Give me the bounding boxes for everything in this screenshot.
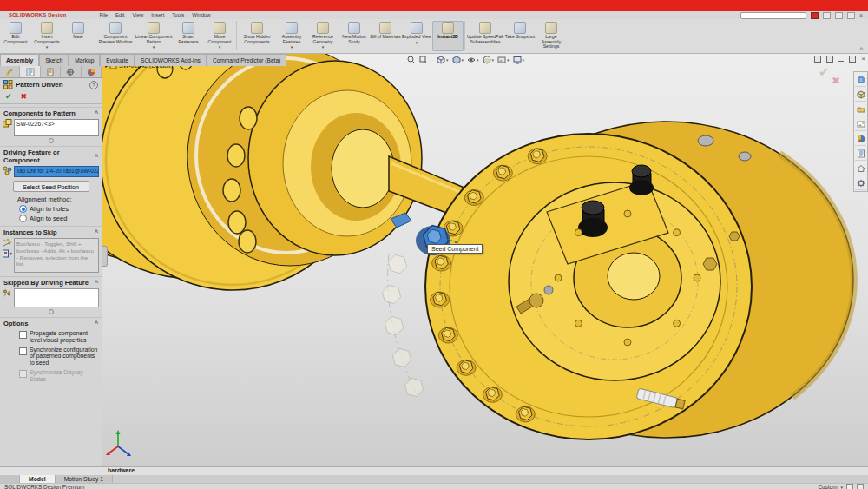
resize-handle[interactable] (49, 309, 54, 314)
ribbon-button-new-motion-study[interactable]: New Motion Study (339, 21, 370, 51)
ribbon-collapse-chevron-icon[interactable]: ^ (860, 46, 863, 52)
help-icon[interactable] (823, 12, 831, 19)
driving-feature-selection[interactable]: Tap Drill for 1/4-20 Tap1@SW-022 (14, 166, 99, 177)
select-seed-position-button[interactable]: Select Seed Position (13, 181, 89, 192)
dropdown-caret-icon[interactable]: ▾ (46, 45, 49, 49)
collapse-chevron-icon[interactable]: ^ (95, 229, 98, 235)
collapse-chevron-icon[interactable]: ^ (95, 110, 98, 116)
view-settings-button[interactable]: ▾ (512, 55, 526, 65)
model-canvas[interactable] (102, 54, 868, 466)
forum-button[interactable] (855, 162, 866, 175)
components-to-pattern-list[interactable]: SW-02267<3> (14, 119, 99, 136)
notification-icon[interactable] (811, 12, 819, 19)
radio-align-to-seed[interactable]: Align to seed (0, 214, 102, 223)
zoom-to-area-button[interactable] (418, 55, 429, 65)
cancel-button[interactable]: ✖ (21, 92, 28, 101)
tab-command-predictor[interactable]: Command Predictor (Beta) (207, 54, 286, 66)
resize-handle[interactable] (49, 138, 54, 143)
help-icon[interactable]: ? (89, 81, 98, 89)
settings-button[interactable] (855, 176, 866, 190)
ribbon-button-linear-component-pattern[interactable]: Linear Component Pattern ▾ (135, 21, 173, 51)
dropdown-caret-icon[interactable]: ▾ (291, 45, 293, 49)
display-style-button[interactable]: ▾ (451, 55, 465, 65)
tab-assembly[interactable]: Assembly (0, 54, 39, 66)
tab-model[interactable]: Model (20, 475, 56, 483)
instances-to-skip-box[interactable]: Box/lasso - Toggles, Shift + box/lasso -… (14, 238, 99, 273)
tab-markup[interactable]: Markup (69, 54, 100, 66)
section-driving-feature[interactable]: Driving Feature or Component ^ (0, 146, 102, 165)
menu-view[interactable]: View (132, 11, 143, 19)
doc-close-icon[interactable]: × (861, 56, 865, 63)
minimize-icon[interactable] (835, 12, 843, 19)
resources-button[interactable] (855, 73, 866, 87)
tab-property-manager[interactable] (20, 66, 40, 77)
appearances-button[interactable]: ▾ (482, 55, 496, 65)
dropdown-caret-icon[interactable]: ▾ (153, 45, 155, 49)
ribbon-button-assembly-features[interactable]: Assembly Features ▾ (276, 21, 307, 51)
doc-restore-icon[interactable] (814, 56, 821, 63)
ribbon-button-take-snapshot[interactable]: Take Snapshot (504, 21, 536, 51)
menu-insert[interactable]: Insert (151, 11, 164, 19)
section-options[interactable]: Options ^ (0, 317, 102, 328)
ribbon-button-smart-fasteners[interactable]: Smart Fasteners (173, 21, 204, 51)
search-input[interactable] (740, 12, 806, 19)
skipped-by-driving-feature-box[interactable] (14, 288, 99, 307)
view-palette-button[interactable] (855, 117, 866, 131)
ribbon-button-show-hidden-components[interactable]: Show Hidden Components (238, 21, 276, 51)
collapse-chevron-icon[interactable]: ^ (95, 320, 98, 327)
maximize-icon[interactable] (847, 12, 855, 19)
close-icon[interactable]: × (859, 11, 863, 19)
custom-properties-button[interactable] (855, 147, 866, 161)
tab-solidworks-add-ins[interactable]: SOLIDWORKS Add-Ins (135, 54, 207, 66)
menu-file[interactable]: File (99, 11, 108, 19)
tab-motion-study-1[interactable]: Motion Study 1 (56, 475, 113, 483)
confirm-ok-icon[interactable]: ✔ (819, 64, 830, 79)
ribbon-button-edit-component[interactable]: Edit Component (0, 21, 31, 51)
ribbon-button-update-speedpak[interactable]: Update SpeedPak Subassemblies (466, 21, 504, 51)
tab-splitter[interactable] (0, 475, 20, 483)
dropdown-caret-icon[interactable]: ▾ (219, 45, 221, 49)
tab-configuration-manager[interactable] (41, 66, 61, 77)
ribbon-button-component-preview-window[interactable]: Component Preview Window (96, 21, 135, 51)
section-skipped-by-driving-feature[interactable]: Skipped By Driving Feature ^ (0, 276, 102, 287)
tab-dimxpert-manager[interactable] (61, 66, 81, 77)
graphics-area[interactable]: · ▾ ▾ ▾ ▾ ▾ ▾ (102, 54, 868, 466)
section-components-to-pattern[interactable]: Components to Pattern ^ (0, 107, 102, 118)
ribbon-button-exploded-view[interactable]: Exploded View ▾ (401, 21, 432, 51)
confirm-cancel-icon[interactable]: ✖ (832, 75, 840, 87)
file-explorer-button[interactable] (855, 102, 866, 116)
ribbon-button-insert-components[interactable]: Insert Components ▾ (31, 21, 62, 51)
units-caret-icon[interactable]: ▾ (840, 485, 843, 489)
doc-maximize-icon[interactable] (849, 56, 856, 63)
design-library-button[interactable] (855, 88, 866, 102)
ribbon-button-bill-of-materials[interactable]: Bill of Materials (370, 21, 401, 51)
menu-edit[interactable]: Edit (115, 11, 124, 19)
ribbon-button-move-component[interactable]: Move Component ▾ (204, 21, 235, 51)
ok-button[interactable]: ✔ (5, 92, 12, 101)
radio-align-to-holes[interactable]: Align to holes (0, 204, 102, 214)
tab-featuremanager-design-tree[interactable] (0, 66, 20, 77)
dropdown-caret-icon[interactable]: ▾ (416, 41, 418, 44)
menu-window[interactable]: Window (192, 11, 210, 19)
menu-tools[interactable]: Tools (172, 11, 184, 19)
scene-button[interactable]: ▾ (496, 55, 510, 65)
appearances-pane-button[interactable] (855, 132, 866, 146)
ribbon-button-instant3d[interactable]: Instant3D (432, 21, 464, 51)
doc-minimize-icon[interactable] (838, 61, 844, 62)
collapse-chevron-icon[interactable]: ^ (95, 280, 98, 286)
tab-display-manager[interactable] (82, 66, 102, 77)
section-instances-to-skip[interactable]: Instances to Skip ^ (0, 226, 102, 237)
tab-sketch[interactable]: Sketch (39, 54, 69, 66)
ribbon-button-large-assembly-settings[interactable]: Large Assembly Settings (536, 21, 567, 51)
dropdown-caret-icon[interactable]: ▾ (322, 45, 325, 49)
status-icon-1[interactable] (846, 484, 853, 489)
hub-motor-assembly[interactable] (425, 122, 854, 439)
doc-new-window-icon[interactable] (826, 56, 833, 63)
tab-evaluate[interactable]: Evaluate (100, 54, 135, 66)
units-label[interactable]: Custom (818, 484, 837, 489)
zoom-to-fit-button[interactable] (406, 55, 417, 65)
panel-collapse-grip[interactable] (102, 246, 108, 267)
status-icon-2[interactable] (857, 484, 864, 489)
view-orientation-button[interactable]: ▾ (436, 55, 450, 65)
hide-show-items-button[interactable]: ▾ (466, 55, 480, 65)
